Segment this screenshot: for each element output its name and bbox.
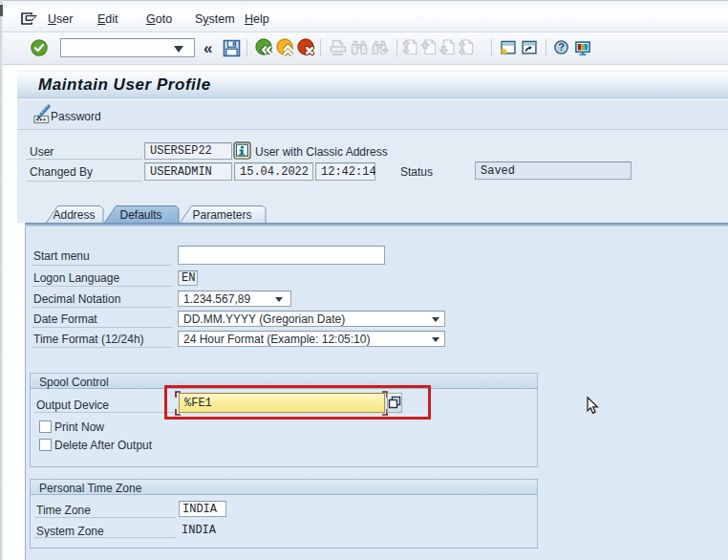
svg-text:Defaults: Defaults: [119, 208, 161, 222]
svg-text:Address: Address: [53, 208, 95, 222]
svg-text:Parameters: Parameters: [192, 208, 251, 222]
svg-text:?: ?: [558, 41, 565, 53]
